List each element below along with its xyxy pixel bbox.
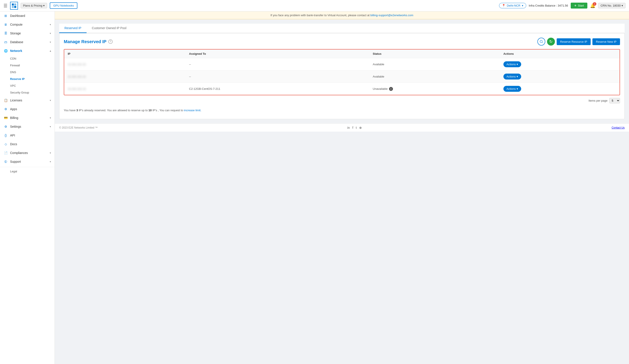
status-value: Unavailable [373, 87, 388, 91]
help-icon[interactable]: ? [108, 39, 113, 44]
svg-rect-3 [14, 6, 16, 8]
tab-customer-owned-ip-pool[interactable]: Customer Owned IP Pool [87, 24, 132, 33]
search-button[interactable] [537, 38, 545, 46]
sidebar-sub-security-group[interactable]: Security Group [0, 89, 55, 96]
sidebar-item-apps[interactable]: ⚙ Apps [0, 105, 55, 114]
gpu-notebooks-button[interactable]: GPU Notebooks [50, 2, 77, 9]
manage-title: Manage Reserved IP ? [64, 39, 113, 44]
sidebar-legal[interactable]: Legal [0, 168, 55, 175]
licenses-icon: 📋 [3, 98, 8, 103]
billing-support-link[interactable]: billing-support@e2enetworks.com [370, 13, 413, 17]
footer-info: You have 3 IP's already reserved. You ar… [64, 106, 620, 115]
storage-icon: 🗄 [3, 31, 8, 35]
svg-rect-0 [12, 3, 14, 5]
plans-pricing-button[interactable]: Plans & Pricing ▾ [21, 3, 47, 8]
items-per-page-label: Items per page [589, 99, 608, 102]
ip-value: 11.111.111.11 [68, 63, 86, 66]
col-ip: IP [64, 49, 186, 58]
settings-icon: ⚙ [3, 124, 8, 129]
notification-button[interactable]: 🔔 1 [590, 3, 596, 8]
logo-box [10, 2, 18, 10]
sidebar-sub-cdn[interactable]: CDN [0, 55, 55, 62]
facebook-icon[interactable]: f [352, 126, 353, 129]
sidebar-item-billing[interactable]: 💳 Billing ▾ [0, 114, 55, 122]
info-icon[interactable]: i [389, 87, 393, 91]
top-nav: ☰ Plans & Pricing ▾ GPU Notebooks 📍 Delh… [0, 0, 629, 11]
bottom-footer: © 2023 E2E Networks Limited ™ in f t ⊕ C… [55, 123, 629, 132]
actions-cell: Actions ▾ [500, 58, 620, 71]
info-banner: If you face any problem with bank-transf… [55, 11, 629, 19]
notification-badge: 1 [593, 2, 596, 6]
api-icon: {} [3, 133, 8, 137]
compliances-icon: 📄 [3, 151, 8, 155]
network-icon: 🌐 [3, 49, 8, 53]
crn-button[interactable]: CRN No. 18030 ▾ [598, 3, 626, 8]
col-status: Status [369, 49, 500, 58]
status-cell: Available [369, 71, 500, 83]
actions-cell: Actions ▾ [500, 83, 620, 95]
copyright: © 2023 E2E Networks Limited ™ [59, 126, 98, 129]
sidebar-item-licenses[interactable]: 📋 Licenses ▾ [0, 96, 55, 105]
start-icon: ✈ [574, 4, 577, 7]
manage-header: Manage Reserved IP ? ↻ Reserve Resource … [64, 38, 620, 46]
status-cell: Available [369, 58, 500, 71]
compute-icon: 🖥 [3, 22, 8, 27]
social-links: in f t ⊕ [347, 126, 362, 129]
status-cell: Unavailablei [369, 83, 500, 95]
tabs-container: Reserved IP Customer Owned IP Pool [59, 24, 625, 33]
reserve-new-ip-button[interactable]: Reserve New IP [592, 38, 620, 45]
items-per-page-selector[interactable]: 5 10 25 50 [609, 98, 620, 103]
actions-cell: Actions ▾ [500, 71, 620, 83]
sidebar-item-settings[interactable]: ⚙ Settings ▾ [0, 122, 55, 131]
infra-balance: Infra Credits Balance : 3471.56 [529, 4, 568, 7]
col-actions: Actions [500, 49, 620, 58]
sidebar-item-dashboard[interactable]: ⊞ Dashboard [0, 11, 55, 20]
assigned-to-value: -- [186, 71, 369, 83]
ip-value: 11.111.111.11 [68, 75, 86, 78]
database-icon: 🗃 [3, 40, 8, 44]
actions-button[interactable]: Actions ▾ [503, 61, 521, 67]
location-icon: 📍 [502, 4, 505, 7]
dashboard-icon: ⊞ [3, 13, 8, 18]
rss-icon[interactable]: ⊕ [359, 126, 362, 129]
twitter-icon[interactable]: t [356, 126, 357, 129]
support-icon: 🛈 [3, 159, 8, 164]
refresh-button[interactable]: ↻ [547, 38, 555, 46]
sidebar-item-database[interactable]: 🗃 Database ▾ [0, 38, 55, 46]
svg-rect-2 [12, 6, 14, 8]
svg-rect-1 [14, 3, 16, 5]
svg-point-4 [540, 40, 542, 43]
hamburger-icon[interactable]: ☰ [3, 3, 7, 8]
linkedin-icon[interactable]: in [347, 126, 350, 129]
pagination-row: Items per page 5 10 25 50 [64, 95, 620, 106]
actions-button[interactable]: Actions ▾ [503, 86, 521, 92]
start-button[interactable]: ✈ Start [571, 3, 587, 8]
sidebar-item-storage[interactable]: 🗄 Storage ▾ [0, 29, 55, 38]
per-page-select[interactable]: 5 10 25 50 [609, 98, 620, 103]
increase-limit-link[interactable]: increase limit. [184, 109, 201, 112]
sidebar: ⊞ Dashboard 🖥 Compute ▾ 🗄 Storage ▾ 🗃 Da… [0, 11, 55, 364]
region-selector[interactable]: 📍 Delhi-NCR ▾ [499, 3, 526, 8]
docs-icon: ◇ [3, 142, 8, 146]
sidebar-item-compliances[interactable]: 📄 Compliances ▾ [0, 148, 55, 157]
actions-button[interactable]: Actions ▾ [503, 74, 521, 80]
svg-line-5 [542, 42, 543, 43]
sidebar-item-compute[interactable]: 🖥 Compute ▾ [0, 20, 55, 29]
sidebar-item-network[interactable]: 🌐 Network ▴ [0, 46, 55, 55]
sidebar-item-api[interactable]: {} API [0, 131, 55, 140]
reserve-resource-ip-button[interactable]: Reserve Resource IP [557, 38, 591, 45]
sidebar-sub-reserve-ip[interactable]: Reserve IP [0, 76, 55, 82]
table-header-row: IP Assigned To Status Actions [64, 49, 620, 58]
sidebar-item-docs[interactable]: ◇ Docs [0, 140, 55, 148]
contact-us-link[interactable]: Contact Us [612, 126, 625, 129]
main-card: Manage Reserved IP ? ↻ Reserve Resource … [59, 33, 625, 119]
sidebar-item-support[interactable]: 🛈 Support ▾ [0, 157, 55, 166]
sidebar-sub-dns[interactable]: DNS [0, 69, 55, 76]
sidebar-sub-vpc[interactable]: VPC [0, 82, 55, 89]
logo [10, 2, 18, 10]
tab-reserved-ip[interactable]: Reserved IP [59, 24, 87, 33]
sidebar-sub-firewall[interactable]: Firewall [0, 62, 55, 69]
ip-table: IP Assigned To Status Actions 11.111.111… [64, 49, 620, 95]
ip-table-wrapper: IP Assigned To Status Actions 11.111.111… [64, 49, 620, 95]
table-row: 11.111.111.11C2-12GB-CentOS-7-211Unavail… [64, 83, 620, 95]
